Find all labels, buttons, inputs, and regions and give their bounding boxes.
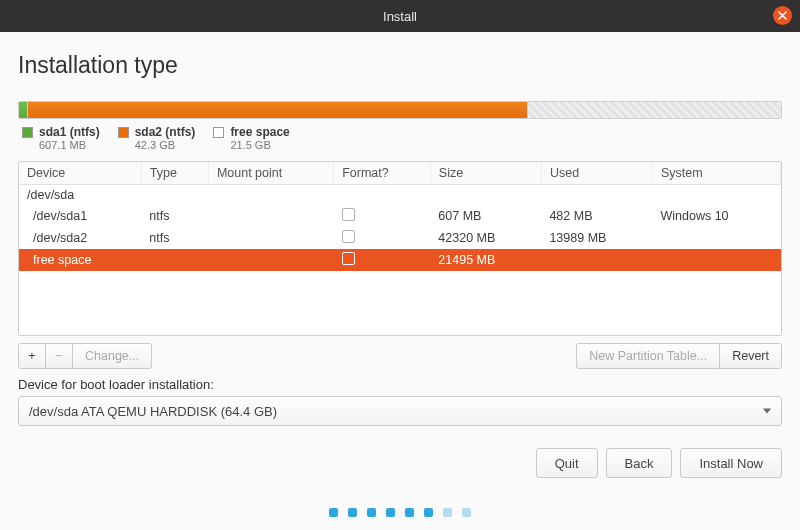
table-cell (141, 185, 208, 206)
install-now-button[interactable]: Install Now (680, 448, 782, 478)
table-cell (141, 249, 208, 271)
table-header-row: DeviceTypeMount pointFormat?SizeUsedSyst… (19, 162, 781, 185)
bootloader-device-value: /dev/sda ATA QEMU HARDDISK (64.4 GB) (29, 404, 277, 419)
table-row[interactable]: free space21495 MB (19, 249, 781, 271)
legend-item-free: free space21.5 GB (213, 125, 289, 151)
column-header[interactable]: Mount point (208, 162, 333, 185)
progress-dot (405, 508, 414, 517)
legend-swatch (213, 127, 224, 138)
table-cell (334, 249, 431, 271)
back-button[interactable]: Back (606, 448, 673, 478)
table-cell (208, 205, 333, 227)
legend-size: 42.3 GB (135, 139, 196, 151)
table-row[interactable]: /dev/sda (19, 185, 781, 206)
table-cell (430, 185, 541, 206)
progress-dot (329, 508, 338, 517)
table-cell: Windows 10 (652, 205, 780, 227)
table-cell: ntfs (141, 205, 208, 227)
table-cell: 21495 MB (430, 249, 541, 271)
table-cell: 13989 MB (541, 227, 652, 249)
footer-buttons: Quit Back Install Now (18, 448, 782, 478)
table-cell (208, 249, 333, 271)
new-partition-table-button[interactable]: New Partition Table... (576, 343, 720, 369)
page-title: Installation type (18, 52, 782, 79)
disk-usage-bar (18, 101, 782, 119)
table-cell (541, 249, 652, 271)
progress-dot (386, 508, 395, 517)
legend-item-sda2: sda2 (ntfs)42.3 GB (118, 125, 196, 151)
table-cell: 42320 MB (430, 227, 541, 249)
progress-dot (367, 508, 376, 517)
disk-segment-sda2 (28, 102, 528, 118)
table-body: /dev/sda/dev/sda1ntfs607 MB482 MBWindows… (19, 185, 781, 272)
legend-swatch (118, 127, 129, 138)
legend-label: sda2 (ntfs) (135, 125, 196, 139)
format-checkbox[interactable] (342, 252, 355, 265)
table-cell: 607 MB (430, 205, 541, 227)
bootloader-label: Device for boot loader installation: (18, 377, 782, 392)
column-header[interactable]: Size (430, 162, 541, 185)
column-header[interactable]: Device (19, 162, 141, 185)
legend-swatch (22, 127, 33, 138)
content-area: Installation type sda1 (ntfs)607.1 MBsda… (0, 32, 800, 527)
format-checkbox[interactable] (342, 208, 355, 221)
progress-dot (443, 508, 452, 517)
column-header[interactable]: Type (141, 162, 208, 185)
table-cell: 482 MB (541, 205, 652, 227)
progress-indicator (18, 508, 782, 517)
table-cell (334, 227, 431, 249)
legend-size: 21.5 GB (230, 139, 289, 151)
partition-table: DeviceTypeMount pointFormat?SizeUsedSyst… (18, 161, 782, 336)
table-cell (652, 249, 780, 271)
revert-button[interactable]: Revert (719, 343, 782, 369)
window-title: Install (383, 9, 417, 24)
change-partition-button[interactable]: Change... (72, 343, 152, 369)
column-header[interactable]: Used (541, 162, 652, 185)
table-row[interactable]: /dev/sda2ntfs42320 MB13989 MB (19, 227, 781, 249)
legend-label: sda1 (ntfs) (39, 125, 100, 139)
table-cell (541, 185, 652, 206)
disk-legend: sda1 (ntfs)607.1 MBsda2 (ntfs)42.3 GBfre… (22, 125, 782, 151)
bootloader-device-select[interactable]: /dev/sda ATA QEMU HARDDISK (64.4 GB) (18, 396, 782, 426)
legend-item-sda1: sda1 (ntfs)607.1 MB (22, 125, 100, 151)
table-cell: /dev/sda1 (19, 205, 141, 227)
table-cell (334, 185, 431, 206)
close-icon (778, 11, 787, 20)
partition-edit-group: + − Change... (18, 343, 152, 369)
disk-segment-sda1 (19, 102, 28, 118)
table-cell (208, 227, 333, 249)
table-cell (334, 205, 431, 227)
remove-partition-button[interactable]: − (45, 343, 73, 369)
progress-dot (348, 508, 357, 517)
column-header[interactable]: System (652, 162, 780, 185)
format-checkbox[interactable] (342, 230, 355, 243)
table-cell: free space (19, 249, 141, 271)
table-cell (652, 227, 780, 249)
progress-dot (424, 508, 433, 517)
legend-size: 607.1 MB (39, 139, 100, 151)
disk-segment-free (528, 102, 781, 118)
table-row[interactable]: /dev/sda1ntfs607 MB482 MBWindows 10 (19, 205, 781, 227)
table-cell (208, 185, 333, 206)
legend-label: free space (230, 125, 289, 139)
partition-toolbar: + − Change... New Partition Table... Rev… (18, 343, 782, 369)
table-cell (652, 185, 780, 206)
add-partition-button[interactable]: + (18, 343, 46, 369)
partition-table-group: New Partition Table... Revert (576, 343, 782, 369)
table-cell: ntfs (141, 227, 208, 249)
quit-button[interactable]: Quit (536, 448, 598, 478)
close-button[interactable] (773, 6, 792, 25)
titlebar: Install (0, 0, 800, 32)
table-cell: /dev/sda (19, 185, 141, 206)
table-cell: /dev/sda2 (19, 227, 141, 249)
chevron-down-icon (763, 409, 771, 414)
progress-dot (462, 508, 471, 517)
column-header[interactable]: Format? (334, 162, 431, 185)
